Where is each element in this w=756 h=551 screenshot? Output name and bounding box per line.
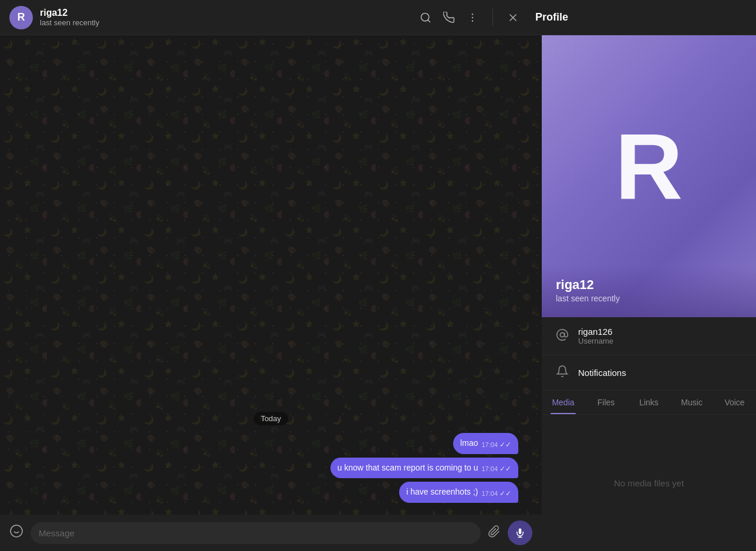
avatar: R bbox=[9, 6, 33, 29]
username-label: Username bbox=[578, 337, 613, 345]
username-content: rigan126 Username bbox=[578, 327, 613, 345]
attach-button[interactable] bbox=[488, 525, 501, 541]
profile-cover-info: riga12 last seen recently bbox=[542, 266, 756, 317]
profile-panel: R riga12 last seen recently rigan126 Use… bbox=[542, 35, 756, 551]
read-checkmarks: ✓✓ bbox=[500, 441, 511, 449]
svg-point-2 bbox=[472, 13, 474, 15]
message-bubble: lmao 17:04 ✓✓ bbox=[453, 433, 518, 454]
message-bubble: i have screenhots ;) 17:04 ✓✓ bbox=[399, 482, 518, 503]
bell-icon bbox=[556, 365, 569, 381]
header-info: riga12 last seen recently bbox=[40, 8, 420, 27]
profile-close-button[interactable] bbox=[507, 12, 519, 23]
call-button[interactable] bbox=[443, 12, 455, 23]
svg-point-18 bbox=[560, 332, 564, 337]
at-icon bbox=[556, 328, 569, 344]
header-divider bbox=[492, 9, 493, 26]
svg-point-15 bbox=[11, 525, 22, 537]
profile-cover: R riga12 last seen recently bbox=[542, 35, 756, 317]
svg-point-4 bbox=[472, 20, 474, 22]
tab-media[interactable]: Media bbox=[542, 391, 585, 414]
messages-list: lmao 17:04 ✓✓ u know that scam report is… bbox=[23, 433, 518, 503]
message-meta: 17:04 ✓✓ bbox=[481, 489, 511, 498]
svg-line-1 bbox=[428, 19, 430, 22]
profile-display-status: last seen recently bbox=[556, 294, 742, 303]
message-input[interactable] bbox=[31, 522, 481, 544]
message-text: u know that scam report is coming to u bbox=[338, 462, 478, 474]
profile-cover-letter: R bbox=[615, 120, 683, 214]
media-empty: No media files yet bbox=[542, 415, 756, 551]
tab-files[interactable]: Files bbox=[585, 391, 627, 414]
emoji-button[interactable] bbox=[9, 524, 23, 542]
username-row: rigan126 Username bbox=[542, 317, 756, 355]
message-meta: 17:04 ✓✓ bbox=[481, 441, 511, 449]
date-separator: Today bbox=[23, 413, 518, 424]
tab-voice[interactable]: Voice bbox=[713, 391, 756, 414]
search-button[interactable] bbox=[420, 12, 431, 23]
mic-button[interactable] bbox=[508, 520, 532, 545]
chat-header: R riga12 last seen recently Profile bbox=[0, 0, 756, 35]
message-text: lmao bbox=[460, 438, 478, 449]
message-meta: 17:04 ✓✓ bbox=[481, 465, 511, 473]
chat-input-bar bbox=[0, 515, 542, 551]
header-actions: Profile bbox=[420, 9, 747, 26]
chat-area: 🌙 ⭐ 🎮 🎨 🌿 💫 🎯 Today bbox=[0, 35, 542, 551]
messages-container: Today lmao 17:04 ✓✓ bbox=[0, 35, 542, 515]
table-row: i have screenhots ;) 17:04 ✓✓ bbox=[23, 482, 518, 503]
table-row: u know that scam report is coming to u 1… bbox=[23, 458, 518, 479]
table-row: lmao 17:04 ✓✓ bbox=[23, 433, 518, 454]
profile-display-name: riga12 bbox=[556, 277, 742, 293]
chat-name: riga12 bbox=[40, 8, 420, 18]
message-text: i have screenhots ;) bbox=[406, 486, 478, 498]
more-button[interactable] bbox=[467, 12, 478, 23]
username-value: rigan126 bbox=[578, 327, 613, 337]
profile-panel-title: Profile bbox=[535, 11, 747, 23]
media-tabs: Media Files Links Music Voice bbox=[542, 391, 756, 415]
message-bubble: u know that scam report is coming to u 1… bbox=[330, 458, 518, 479]
chat-background: 🌙 ⭐ 🎮 🎨 🌿 💫 🎯 Today bbox=[0, 35, 542, 515]
tab-music[interactable]: Music bbox=[670, 391, 713, 414]
profile-details: rigan126 Username Notifications bbox=[542, 317, 756, 391]
main-layout: 🌙 ⭐ 🎮 🎨 🌿 💫 🎯 Today bbox=[0, 35, 756, 551]
chat-status: last seen recently bbox=[40, 18, 420, 27]
tab-links[interactable]: Links bbox=[627, 391, 670, 414]
notifications-label: Notifications bbox=[578, 368, 626, 378]
svg-point-3 bbox=[472, 16, 474, 18]
notifications-row[interactable]: Notifications bbox=[542, 355, 756, 391]
read-checkmarks: ✓✓ bbox=[500, 489, 511, 498]
read-checkmarks: ✓✓ bbox=[500, 465, 511, 473]
